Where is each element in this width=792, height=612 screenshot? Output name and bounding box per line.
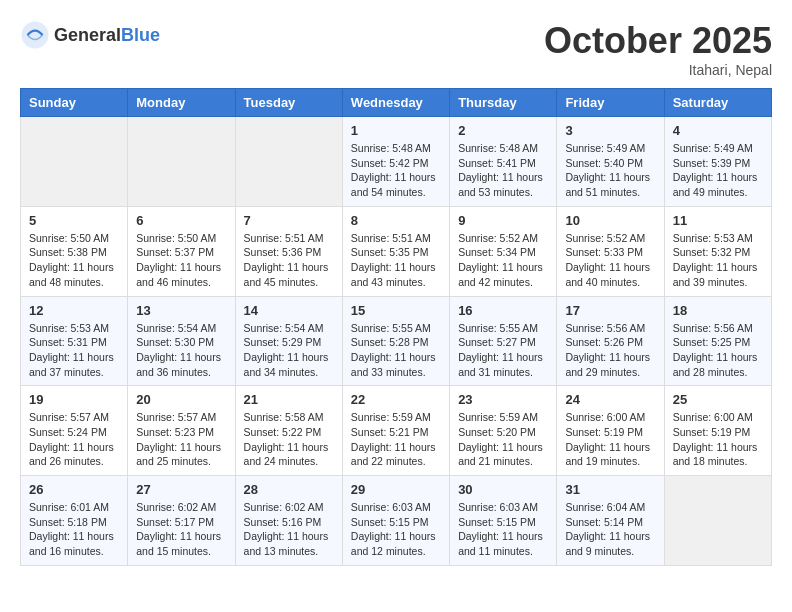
- logo: GeneralBlue: [20, 20, 160, 50]
- day-info: Sunrise: 5:53 AMSunset: 5:32 PMDaylight:…: [673, 231, 763, 290]
- calendar-week-row: 19Sunrise: 5:57 AMSunset: 5:24 PMDayligh…: [21, 386, 772, 476]
- day-number: 3: [565, 123, 655, 138]
- day-number: 13: [136, 303, 226, 318]
- calendar-cell: 18Sunrise: 5:56 AMSunset: 5:25 PMDayligh…: [664, 296, 771, 386]
- calendar-week-row: 5Sunrise: 5:50 AMSunset: 5:38 PMDaylight…: [21, 206, 772, 296]
- title-block: October 2025 Itahari, Nepal: [544, 20, 772, 78]
- day-number: 15: [351, 303, 441, 318]
- day-info: Sunrise: 5:48 AMSunset: 5:41 PMDaylight:…: [458, 141, 548, 200]
- day-number: 10: [565, 213, 655, 228]
- calendar-cell: 28Sunrise: 6:02 AMSunset: 5:16 PMDayligh…: [235, 476, 342, 566]
- day-number: 26: [29, 482, 119, 497]
- calendar-cell: 4Sunrise: 5:49 AMSunset: 5:39 PMDaylight…: [664, 117, 771, 207]
- calendar-cell: 22Sunrise: 5:59 AMSunset: 5:21 PMDayligh…: [342, 386, 449, 476]
- day-info: Sunrise: 5:54 AMSunset: 5:29 PMDaylight:…: [244, 321, 334, 380]
- day-info: Sunrise: 5:50 AMSunset: 5:37 PMDaylight:…: [136, 231, 226, 290]
- calendar-cell: 23Sunrise: 5:59 AMSunset: 5:20 PMDayligh…: [450, 386, 557, 476]
- calendar-cell: 2Sunrise: 5:48 AMSunset: 5:41 PMDaylight…: [450, 117, 557, 207]
- weekday-header: Monday: [128, 89, 235, 117]
- day-info: Sunrise: 5:59 AMSunset: 5:20 PMDaylight:…: [458, 410, 548, 469]
- calendar-cell: 11Sunrise: 5:53 AMSunset: 5:32 PMDayligh…: [664, 206, 771, 296]
- calendar-cell: 17Sunrise: 5:56 AMSunset: 5:26 PMDayligh…: [557, 296, 664, 386]
- calendar-cell: 13Sunrise: 5:54 AMSunset: 5:30 PMDayligh…: [128, 296, 235, 386]
- weekday-header: Saturday: [664, 89, 771, 117]
- day-info: Sunrise: 5:58 AMSunset: 5:22 PMDaylight:…: [244, 410, 334, 469]
- day-info: Sunrise: 6:01 AMSunset: 5:18 PMDaylight:…: [29, 500, 119, 559]
- day-info: Sunrise: 5:56 AMSunset: 5:25 PMDaylight:…: [673, 321, 763, 380]
- day-number: 16: [458, 303, 548, 318]
- location: Itahari, Nepal: [544, 62, 772, 78]
- day-info: Sunrise: 5:57 AMSunset: 5:23 PMDaylight:…: [136, 410, 226, 469]
- day-number: 9: [458, 213, 548, 228]
- calendar-cell: 24Sunrise: 6:00 AMSunset: 5:19 PMDayligh…: [557, 386, 664, 476]
- day-number: 22: [351, 392, 441, 407]
- calendar-cell: 27Sunrise: 6:02 AMSunset: 5:17 PMDayligh…: [128, 476, 235, 566]
- day-number: 28: [244, 482, 334, 497]
- day-number: 12: [29, 303, 119, 318]
- day-info: Sunrise: 6:03 AMSunset: 5:15 PMDaylight:…: [351, 500, 441, 559]
- day-number: 11: [673, 213, 763, 228]
- weekday-header: Sunday: [21, 89, 128, 117]
- day-info: Sunrise: 6:04 AMSunset: 5:14 PMDaylight:…: [565, 500, 655, 559]
- day-number: 14: [244, 303, 334, 318]
- month-title: October 2025: [544, 20, 772, 62]
- weekday-header: Thursday: [450, 89, 557, 117]
- day-number: 8: [351, 213, 441, 228]
- calendar-cell: [235, 117, 342, 207]
- day-info: Sunrise: 5:59 AMSunset: 5:21 PMDaylight:…: [351, 410, 441, 469]
- calendar-cell: 3Sunrise: 5:49 AMSunset: 5:40 PMDaylight…: [557, 117, 664, 207]
- day-info: Sunrise: 5:55 AMSunset: 5:27 PMDaylight:…: [458, 321, 548, 380]
- logo-blue: Blue: [121, 25, 160, 45]
- calendar-cell: 7Sunrise: 5:51 AMSunset: 5:36 PMDaylight…: [235, 206, 342, 296]
- day-info: Sunrise: 5:51 AMSunset: 5:36 PMDaylight:…: [244, 231, 334, 290]
- calendar-cell: 6Sunrise: 5:50 AMSunset: 5:37 PMDaylight…: [128, 206, 235, 296]
- calendar-cell: 16Sunrise: 5:55 AMSunset: 5:27 PMDayligh…: [450, 296, 557, 386]
- weekday-header: Wednesday: [342, 89, 449, 117]
- day-number: 19: [29, 392, 119, 407]
- calendar-cell: 10Sunrise: 5:52 AMSunset: 5:33 PMDayligh…: [557, 206, 664, 296]
- page-header: GeneralBlue October 2025 Itahari, Nepal: [20, 20, 772, 78]
- day-number: 30: [458, 482, 548, 497]
- day-info: Sunrise: 5:54 AMSunset: 5:30 PMDaylight:…: [136, 321, 226, 380]
- day-info: Sunrise: 6:00 AMSunset: 5:19 PMDaylight:…: [673, 410, 763, 469]
- day-number: 25: [673, 392, 763, 407]
- day-info: Sunrise: 5:56 AMSunset: 5:26 PMDaylight:…: [565, 321, 655, 380]
- calendar-cell: 29Sunrise: 6:03 AMSunset: 5:15 PMDayligh…: [342, 476, 449, 566]
- day-info: Sunrise: 5:50 AMSunset: 5:38 PMDaylight:…: [29, 231, 119, 290]
- day-info: Sunrise: 5:48 AMSunset: 5:42 PMDaylight:…: [351, 141, 441, 200]
- day-info: Sunrise: 6:03 AMSunset: 5:15 PMDaylight:…: [458, 500, 548, 559]
- day-info: Sunrise: 5:55 AMSunset: 5:28 PMDaylight:…: [351, 321, 441, 380]
- calendar-cell: 1Sunrise: 5:48 AMSunset: 5:42 PMDaylight…: [342, 117, 449, 207]
- calendar-cell: 25Sunrise: 6:00 AMSunset: 5:19 PMDayligh…: [664, 386, 771, 476]
- day-info: Sunrise: 5:49 AMSunset: 5:40 PMDaylight:…: [565, 141, 655, 200]
- calendar-header-row: SundayMondayTuesdayWednesdayThursdayFrid…: [21, 89, 772, 117]
- day-info: Sunrise: 6:02 AMSunset: 5:16 PMDaylight:…: [244, 500, 334, 559]
- calendar-cell: 15Sunrise: 5:55 AMSunset: 5:28 PMDayligh…: [342, 296, 449, 386]
- day-number: 29: [351, 482, 441, 497]
- calendar-cell: 9Sunrise: 5:52 AMSunset: 5:34 PMDaylight…: [450, 206, 557, 296]
- day-number: 1: [351, 123, 441, 138]
- day-number: 18: [673, 303, 763, 318]
- calendar-cell: 21Sunrise: 5:58 AMSunset: 5:22 PMDayligh…: [235, 386, 342, 476]
- day-info: Sunrise: 5:57 AMSunset: 5:24 PMDaylight:…: [29, 410, 119, 469]
- weekday-header: Tuesday: [235, 89, 342, 117]
- day-number: 24: [565, 392, 655, 407]
- day-number: 6: [136, 213, 226, 228]
- calendar-cell: 8Sunrise: 5:51 AMSunset: 5:35 PMDaylight…: [342, 206, 449, 296]
- day-number: 2: [458, 123, 548, 138]
- svg-point-0: [22, 22, 49, 49]
- calendar-cell: 31Sunrise: 6:04 AMSunset: 5:14 PMDayligh…: [557, 476, 664, 566]
- calendar-cell: 30Sunrise: 6:03 AMSunset: 5:15 PMDayligh…: [450, 476, 557, 566]
- day-number: 7: [244, 213, 334, 228]
- day-number: 5: [29, 213, 119, 228]
- logo-text: GeneralBlue: [54, 25, 160, 46]
- day-info: Sunrise: 6:00 AMSunset: 5:19 PMDaylight:…: [565, 410, 655, 469]
- calendar-cell: 19Sunrise: 5:57 AMSunset: 5:24 PMDayligh…: [21, 386, 128, 476]
- calendar-cell: 14Sunrise: 5:54 AMSunset: 5:29 PMDayligh…: [235, 296, 342, 386]
- day-number: 20: [136, 392, 226, 407]
- calendar-cell: [21, 117, 128, 207]
- logo-general: General: [54, 25, 121, 45]
- day-info: Sunrise: 5:52 AMSunset: 5:34 PMDaylight:…: [458, 231, 548, 290]
- day-info: Sunrise: 5:51 AMSunset: 5:35 PMDaylight:…: [351, 231, 441, 290]
- calendar-cell: 20Sunrise: 5:57 AMSunset: 5:23 PMDayligh…: [128, 386, 235, 476]
